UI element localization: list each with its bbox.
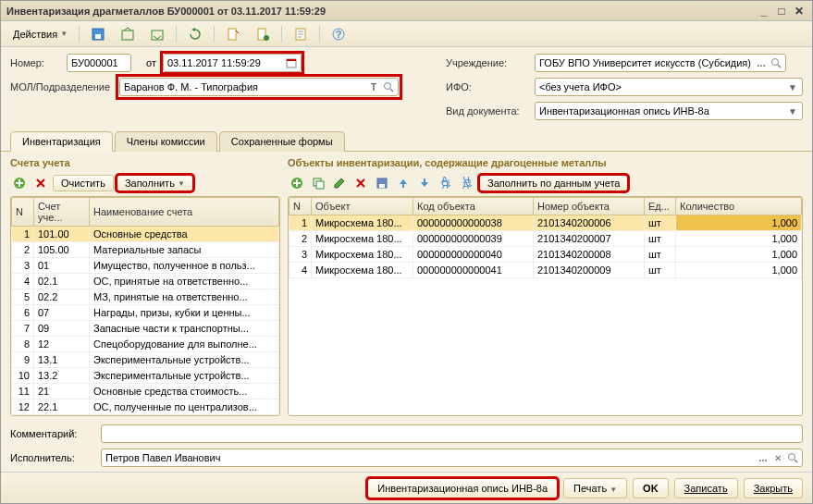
mol-input[interactable]: Баранов Ф. М. - Типография T (119, 78, 399, 96)
number-input[interactable]: БУ000001 (67, 54, 131, 72)
table-row[interactable]: 1 Микросхема 180... 000000000000038 2101… (289, 215, 802, 231)
cell-name: Запасные части к транспортны... (90, 321, 279, 337)
accounts-grid[interactable]: N Счет уче... Наименование счета 1 101.0… (10, 196, 280, 416)
maximize-button[interactable]: □ (774, 5, 789, 18)
delete-icon[interactable] (31, 174, 50, 192)
cell-name: ОС, принятые на ответственно... (90, 274, 279, 289)
col-unit[interactable]: Ед... (645, 198, 676, 215)
cell-name: МЗ, принятые на ответственно... (90, 289, 279, 305)
clear-icon[interactable]: ✕ (770, 450, 785, 465)
cell-qty: 1,000 (676, 247, 802, 263)
tab-commission[interactable]: Члены комиссии (115, 131, 217, 152)
institution-label: Учреждение: (446, 57, 529, 68)
sort-asc-icon[interactable]: AЯ (437, 174, 455, 192)
close-label: Закрыть (754, 483, 793, 494)
table-row[interactable]: 3 01 Имущество, полученное в польз... (12, 258, 279, 274)
ifo-select[interactable]: <без учета ИФО> ▼ (535, 78, 803, 96)
ok-button[interactable]: OK (633, 478, 669, 498)
col-code[interactable]: Код объекта (413, 198, 534, 215)
col-name[interactable]: Наименование счета (90, 198, 279, 227)
cell-object: Микросхема 180... (312, 215, 413, 231)
table-row[interactable]: 8 12 Спецоборудование для выполне... (12, 337, 279, 352)
chevron-down-icon[interactable]: ▼ (785, 104, 800, 118)
toolbar-icon-6[interactable] (287, 23, 314, 45)
tab-inventory[interactable]: Инвентаризация (10, 131, 113, 152)
table-row[interactable]: 1 101.00 Основные средства (12, 227, 279, 242)
svg-text:A: A (462, 179, 470, 190)
svg-rect-21 (402, 184, 404, 188)
search-icon[interactable] (785, 450, 800, 465)
report-button[interactable]: Инвентаризационная опись ИНВ-8а (367, 478, 558, 498)
svg-point-5 (264, 35, 269, 41)
table-row[interactable]: 4 Микросхема 180... 000000000000041 2101… (289, 263, 802, 278)
col-account[interactable]: Счет уче... (34, 198, 90, 227)
save-icon[interactable] (373, 174, 391, 192)
clear-button[interactable]: Очистить (53, 175, 114, 191)
ellipsis-icon[interactable]: … (756, 450, 770, 465)
objects-grid[interactable]: N Объект Код объекта Номер объекта Ед...… (288, 196, 803, 416)
table-row[interactable]: 7 09 Запасные части к транспортны... (12, 321, 279, 337)
toolbar-icon-4[interactable] (219, 23, 247, 45)
table-row[interactable]: 9 13.1 Экспериментальные устройств... (12, 352, 279, 368)
tab-label: Члены комиссии (127, 136, 205, 147)
refresh-icon[interactable] (181, 23, 209, 45)
toolbar-icon-3[interactable] (143, 23, 171, 45)
help-icon[interactable]: ? (325, 23, 352, 45)
col-object[interactable]: Объект (312, 198, 413, 215)
institution-input[interactable]: ГОБУ ВПО Университет искусств (Субсидия)… (535, 54, 786, 72)
table-row[interactable]: 4 02.1 ОС, принятые на ответственно... (12, 274, 279, 289)
fill-button[interactable]: Заполнить ▼ (117, 175, 193, 191)
table-row[interactable]: 6 07 Награды, призы, кубки и ценны... (12, 305, 279, 321)
tab-saved-forms[interactable]: Сохраненные формы (219, 131, 345, 152)
doctype-select[interactable]: Инвентаризационная опись ИНВ-8а ▼ (535, 102, 803, 120)
col-number[interactable]: Номер объекта (534, 198, 645, 215)
toolbar-icon-1[interactable] (84, 23, 112, 45)
cell-n: 12 (12, 400, 34, 415)
select-type-icon[interactable]: T (366, 80, 381, 94)
col-n[interactable]: N (12, 198, 34, 227)
table-row[interactable]: 2 Микросхема 180... 000000000000039 2101… (289, 231, 802, 247)
main-content: Счета учета Очистить Заполнить ▼ N Счет … (1, 152, 812, 420)
minimize-button[interactable]: _ (757, 5, 771, 18)
move-up-icon[interactable] (394, 174, 413, 192)
fill-from-data-button[interactable]: Заполнить по данным учета (479, 175, 628, 191)
table-row[interactable]: 3 Микросхема 180... 000000000000040 2101… (289, 247, 802, 263)
edit-icon[interactable] (330, 174, 349, 192)
cell-account: 12 (34, 337, 90, 352)
close-button[interactable]: Закрыть (744, 478, 803, 498)
chevron-down-icon: ▼ (178, 179, 185, 188)
close-button[interactable]: ✕ (792, 5, 807, 18)
cell-unit: шт (645, 247, 676, 263)
copy-icon[interactable] (309, 174, 327, 192)
cell-num: 2101340200009 (534, 263, 645, 278)
table-row[interactable]: 2 105.00 Материальные запасы (12, 242, 279, 258)
table-row[interactable]: 13 22.2 МЗ, полученные по централизов... (12, 415, 279, 417)
cell-n: 9 (12, 352, 34, 368)
print-button[interactable]: Печать ▼ (563, 478, 627, 498)
sort-desc-icon[interactable]: ЯA (458, 174, 476, 192)
actions-menu-label: Действия (13, 29, 57, 40)
ellipsis-icon[interactable]: … (754, 55, 769, 70)
toolbar-icon-5[interactable] (249, 23, 277, 45)
delete-icon[interactable] (351, 174, 370, 192)
table-row[interactable]: 10 13.2 Экспериментальные устройств... (12, 368, 279, 384)
col-qty[interactable]: Количество (676, 198, 802, 215)
table-row[interactable]: 12 22.1 ОС, полученные по централизов... (12, 400, 279, 415)
actions-menu[interactable]: Действия ▼ (6, 25, 74, 43)
date-input[interactable]: 03.11.2017 11:59:29 (163, 54, 302, 72)
search-icon[interactable] (769, 55, 783, 70)
calendar-icon[interactable] (284, 55, 299, 70)
toolbar-icon-2[interactable] (114, 23, 142, 45)
chevron-down-icon[interactable]: ▼ (785, 80, 800, 94)
add-icon[interactable] (288, 174, 306, 192)
add-icon[interactable] (10, 174, 29, 192)
save-button[interactable]: Записать (674, 478, 738, 498)
search-icon[interactable] (381, 80, 396, 94)
executor-input[interactable]: Петров Павел Иванович … ✕ (101, 449, 803, 467)
move-down-icon[interactable] (415, 174, 434, 192)
table-row[interactable]: 11 21 Основные средства стоимость... (12, 384, 279, 400)
table-row[interactable]: 5 02.2 МЗ, принятые на ответственно... (12, 289, 279, 305)
col-n[interactable]: N (289, 198, 312, 215)
comment-input[interactable] (101, 424, 803, 443)
chevron-down-icon: ▼ (610, 486, 617, 494)
